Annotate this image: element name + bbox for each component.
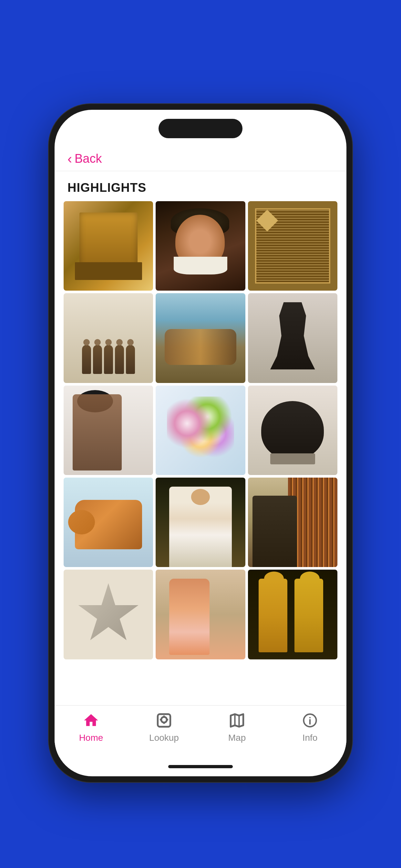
- tab-item-lookup[interactable]: Lookup: [127, 711, 201, 743]
- back-chevron-icon: ‹: [67, 152, 72, 166]
- tab-lookup-label: Lookup: [149, 733, 179, 743]
- lookup-icon: [154, 711, 174, 730]
- home-icon: [81, 711, 101, 730]
- grid-cell-10[interactable]: [64, 477, 153, 567]
- nav-back[interactable]: ‹ Back: [55, 145, 346, 171]
- svg-point-1: [161, 717, 166, 722]
- artwork-5: [156, 293, 245, 383]
- artwork-grid: [64, 201, 337, 659]
- artwork-8: [156, 385, 245, 475]
- tab-bar: Home Lookup: [55, 705, 346, 757]
- tab-item-map[interactable]: Map: [201, 711, 274, 743]
- artwork-3: [248, 201, 337, 290]
- artwork-6: [248, 293, 337, 383]
- artwork-1: [64, 201, 153, 290]
- grid-cell-7[interactable]: [64, 385, 153, 475]
- back-button-label[interactable]: Back: [74, 152, 102, 166]
- artwork-14: [156, 569, 245, 659]
- grid-cell-11[interactable]: [156, 477, 245, 567]
- screen-content: ‹ Back HIGHLIGHTS: [55, 110, 346, 776]
- artwork-2: [156, 201, 245, 290]
- grid-cell-9[interactable]: [248, 385, 337, 475]
- phone-screen: ‹ Back HIGHLIGHTS: [55, 110, 346, 776]
- grid-cell-15[interactable]: [248, 569, 337, 659]
- grid-cell-2[interactable]: [156, 201, 245, 290]
- phone-mockup: ‹ Back HIGHLIGHTS: [49, 104, 352, 782]
- artwork-12: [248, 477, 337, 567]
- svg-marker-6: [231, 714, 243, 727]
- tab-item-info[interactable]: Info: [274, 711, 346, 743]
- grid-cell-3[interactable]: [248, 201, 337, 290]
- tab-home-label: Home: [79, 733, 103, 743]
- artwork-11: [156, 477, 245, 567]
- grid-cell-4[interactable]: [64, 293, 153, 383]
- map-icon: [227, 711, 247, 730]
- section-title: HIGHLIGHTS: [55, 171, 346, 201]
- svg-point-11: [309, 717, 311, 718]
- highlights-grid: [55, 201, 346, 705]
- grid-cell-12[interactable]: [248, 477, 337, 567]
- dynamic-island: [158, 119, 243, 138]
- grid-cell-8[interactable]: [156, 385, 245, 475]
- artwork-4: [64, 293, 153, 383]
- tab-info-label: Info: [303, 733, 318, 743]
- artwork-9: [248, 385, 337, 475]
- artwork-13: [64, 569, 153, 659]
- info-icon: [300, 711, 320, 730]
- home-indicator: [168, 765, 233, 768]
- home-bar: [55, 757, 346, 776]
- artwork-10: [64, 477, 153, 567]
- tab-item-home[interactable]: Home: [55, 711, 127, 743]
- grid-cell-5[interactable]: [156, 293, 245, 383]
- grid-cell-1[interactable]: [64, 201, 153, 290]
- artwork-7: [64, 385, 153, 475]
- grid-cell-6[interactable]: [248, 293, 337, 383]
- grid-cell-14[interactable]: [156, 569, 245, 659]
- grid-cell-13[interactable]: [64, 569, 153, 659]
- artwork-15: [248, 569, 337, 659]
- tab-map-label: Map: [228, 733, 246, 743]
